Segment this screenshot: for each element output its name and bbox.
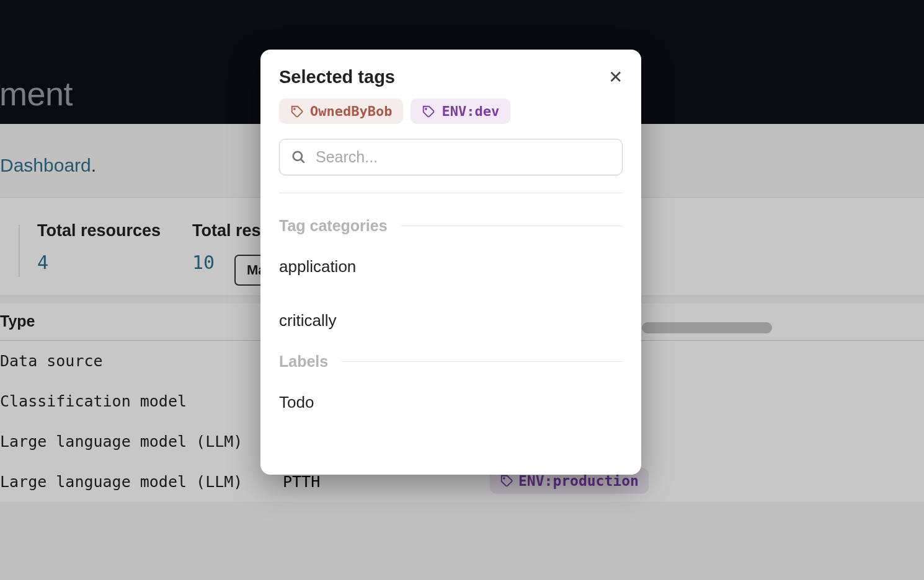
section-line (401, 226, 623, 226)
tag-category-option[interactable]: critically (279, 294, 623, 348)
modal-header: Selected tags ✕ OwnedByBob ENV:dev (260, 50, 641, 200)
close-icon[interactable]: ✕ (608, 69, 623, 86)
section-header-tag-categories: Tag categories (279, 217, 623, 235)
section-label: Labels (279, 353, 328, 371)
selected-tag-chip[interactable]: OwnedByBob (279, 99, 403, 124)
svg-point-2 (294, 108, 295, 109)
selected-tag-chip-label: ENV:dev (442, 103, 499, 119)
tag-icon (422, 105, 435, 118)
search-icon (291, 149, 307, 165)
selected-tag-chip-label: OwnedByBob (310, 103, 392, 119)
modal-body: Tag categories application critically La… (260, 200, 641, 429)
svg-line-5 (301, 159, 304, 162)
selected-tag-chips: OwnedByBob ENV:dev (279, 99, 623, 124)
modal-divider (279, 193, 623, 193)
svg-point-4 (293, 151, 302, 160)
search-input-wrapper[interactable] (279, 139, 623, 175)
label-option[interactable]: Todo (279, 376, 623, 429)
section-header-labels: Labels (279, 353, 623, 371)
section-label: Tag categories (279, 217, 388, 235)
selected-tag-chip[interactable]: ENV:dev (411, 99, 510, 124)
svg-point-3 (425, 108, 427, 109)
search-input[interactable] (316, 148, 611, 166)
tag-icon (290, 105, 304, 118)
selected-tags-modal: Selected tags ✕ OwnedByBob ENV:dev Tag c… (260, 50, 641, 475)
section-line (342, 361, 623, 362)
modal-title: Selected tags (279, 67, 395, 87)
tag-category-option[interactable]: application (279, 240, 623, 294)
